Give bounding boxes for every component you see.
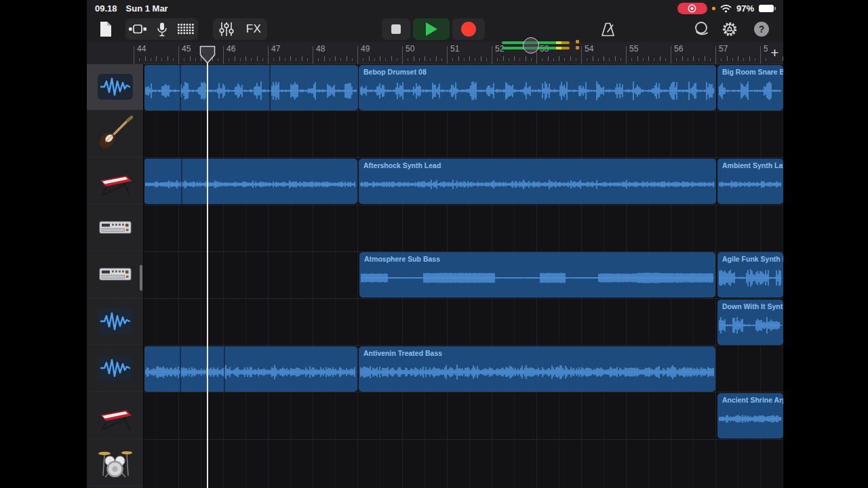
- mixer-fx-control: FX: [213, 18, 267, 40]
- loop-browser-button[interactable]: [690, 18, 712, 40]
- track-controls-button[interactable]: [125, 18, 150, 40]
- track-row-separator: [144, 205, 783, 205]
- help-button[interactable]: ?: [751, 18, 772, 40]
- track-header-drum-machine[interactable]: [87, 205, 143, 251]
- track-header-list: [87, 64, 144, 488]
- ruler-tick: [369, 56, 370, 61]
- my-songs-button[interactable]: [96, 18, 115, 40]
- ruler-tick: [509, 58, 509, 61]
- play-button[interactable]: [413, 18, 450, 40]
- track-header-synth-keyboard[interactable]: [87, 157, 143, 204]
- status-bar: 09.18 Sun 1 Mar 97%: [87, 0, 783, 16]
- ruler-bar-line: [313, 46, 313, 64]
- ruler-tick: [693, 56, 694, 61]
- ruler-tick: [609, 58, 610, 61]
- ruler-bar-number: 49: [361, 44, 370, 54]
- stop-button[interactable]: [382, 18, 410, 40]
- ruler-tick: [615, 56, 616, 61]
- region-bebop-drumset-08[interactable]: Bebop Drumset 08: [359, 65, 716, 110]
- wifi-icon: [720, 4, 732, 13]
- grid-line-half-bar: [201, 64, 201, 488]
- ruler-bar-number: 51: [450, 44, 459, 54]
- track-header-electric-guitar[interactable]: [87, 110, 143, 157]
- region-waveform: [144, 65, 358, 110]
- ruler-bar-line: [715, 46, 716, 64]
- region-aftershock-synth-lead[interactable]: Aftershock Synth Lead: [359, 159, 716, 204]
- ruler-tick: [660, 56, 660, 61]
- track-row-separator: [144, 110, 783, 111]
- ruler-tick: [682, 56, 683, 61]
- battery-icon: [759, 5, 774, 12]
- region-down-with-it-synth[interactable]: Down With It Synth: [717, 300, 783, 345]
- ruler-tick: [173, 58, 174, 61]
- region-agile-funk-synth-ba[interactable]: Agile Funk Synth Ba: [717, 252, 783, 298]
- grid-line-half-bar: [290, 64, 291, 488]
- clip-indicator-bottom: [576, 46, 579, 49]
- playhead-marker[interactable]: [199, 45, 216, 64]
- ruler-tick: [235, 56, 235, 61]
- track-scrollbar[interactable]: [140, 265, 142, 291]
- track-header-drum-machine[interactable]: [87, 251, 143, 298]
- track-settings-button[interactable]: [213, 18, 240, 40]
- track-header-synth-keyboard[interactable]: [87, 392, 143, 439]
- region-clip[interactable]: [144, 346, 357, 392]
- ruler-bar-line: [447, 46, 448, 64]
- screen-recording-indicator[interactable]: [677, 3, 707, 14]
- track-row-separator: [144, 392, 783, 392]
- region-ancient-shrine-arp[interactable]: Ancient Shrine Arp: [717, 393, 783, 439]
- fx-button[interactable]: FX: [240, 18, 267, 40]
- ruler-tick: [340, 58, 341, 61]
- region-loop-split: [181, 159, 182, 204]
- timeline-area[interactable]: Bebop Drumset 08Big Room Snare BreAfters…: [144, 64, 783, 488]
- timeline-ruler[interactable]: 444546474849505152535455565758: [87, 42, 783, 64]
- grid-line-half-bar: [156, 64, 157, 488]
- status-date: Sun 1 Mar: [126, 3, 168, 14]
- ruler-tick: [643, 58, 644, 61]
- synth-keyboard-icon: [96, 396, 135, 433]
- region-clip[interactable]: [144, 65, 358, 110]
- record-button[interactable]: [452, 18, 485, 40]
- region-big-room-snare-bre[interactable]: Big Room Snare Bre: [717, 65, 783, 110]
- ruler-tick: [335, 56, 336, 61]
- track-header-audio-waveform[interactable]: [87, 64, 143, 110]
- ruler-tick: [145, 56, 146, 61]
- metronome-button[interactable]: [597, 18, 618, 40]
- synth-keyboard-icon: [96, 162, 135, 199]
- track-header-audio-waveform[interactable]: [87, 298, 143, 345]
- track-header-audio-waveform[interactable]: [87, 345, 143, 392]
- track-header-drum-kit[interactable]: [87, 439, 143, 486]
- live-loops-grid-button[interactable]: [174, 18, 198, 40]
- slider-knob[interactable]: [523, 37, 539, 54]
- drum-machine-icon: [96, 256, 134, 293]
- region-antivenin-treated-bass[interactable]: Antivenin Treated Bass: [359, 346, 715, 392]
- ruler-tick: [318, 58, 319, 61]
- play-icon: [425, 22, 438, 37]
- ruler-tick: [721, 58, 722, 61]
- region-ambient-synth-laye[interactable]: Ambient Synth Laye: [717, 159, 783, 204]
- region-loop-split: [224, 346, 225, 392]
- ruler-tick: [363, 58, 363, 61]
- ruler-bar-line: [760, 46, 761, 64]
- ruler-tick: [710, 58, 711, 61]
- ruler-tick: [285, 58, 285, 61]
- record-input-button[interactable]: [150, 18, 174, 40]
- region-atmosphere-sub-bass[interactable]: Atmosphere Sub Bass: [359, 252, 715, 298]
- ruler-tick: [604, 56, 604, 61]
- ruler-bar-line: [402, 46, 403, 64]
- metronome-icon: [599, 21, 616, 38]
- ruler-tick: [519, 58, 520, 61]
- ruler-tick: [732, 58, 733, 61]
- record-dot-icon: [687, 3, 697, 14]
- ruler-tick: [385, 58, 386, 61]
- ruler-bar-number: 44: [137, 44, 146, 54]
- add-bars-button[interactable]: +: [768, 43, 782, 62]
- master-level-slider[interactable]: [499, 33, 582, 58]
- ruler-tick: [161, 58, 162, 61]
- ruler-bar-number: 47: [271, 44, 280, 54]
- settings-button[interactable]: [719, 18, 741, 40]
- region-clip[interactable]: [144, 159, 357, 204]
- region-label: Atmosphere Sub Bass: [364, 255, 440, 263]
- ruler-tick: [251, 58, 252, 61]
- grid-line-bar: [357, 64, 358, 488]
- ruler-tick: [564, 58, 565, 61]
